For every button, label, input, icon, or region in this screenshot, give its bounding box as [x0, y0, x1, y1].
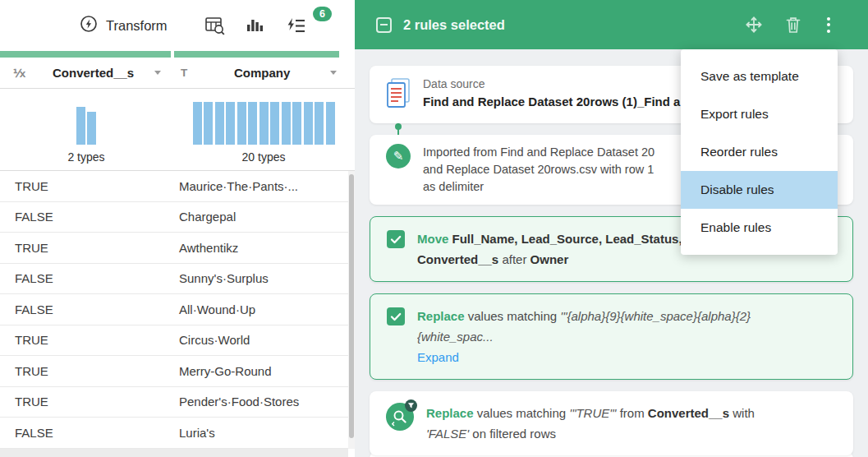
text-segment: '"{alpha}{9}{white_space}{alpha}{2}: [560, 309, 751, 323]
histogram-bar[interactable]: [304, 102, 313, 145]
more-options-icon[interactable]: [824, 16, 834, 35]
text-segment: values matching: [477, 406, 570, 420]
text-segment: Replace: [417, 309, 468, 323]
dataset-icon: [386, 77, 411, 112]
chevron-down-icon[interactable]: [154, 71, 161, 75]
cell-company: Luria's: [172, 426, 355, 440]
filter-badge-icon: [405, 399, 417, 412]
rules-selection-header: 2 rules selected: [355, 0, 868, 49]
cell-converted-s: FALSE: [0, 302, 172, 316]
horizontal-scrollbar[interactable]: [0, 449, 348, 457]
text-segment: and Replace Dataset 20rows.csv with row …: [423, 163, 654, 176]
menu-item-enable-rules[interactable]: Enable rules: [681, 209, 838, 247]
grid-toolbar: Transform: [0, 0, 355, 51]
table-row[interactable]: TRUEMerry-Go-Round: [0, 356, 355, 387]
text-segment: Imported from Find and Replace Dataset 2…: [423, 145, 654, 159]
table-row[interactable]: FALSESunny's·Surplus: [0, 264, 355, 295]
column-name: Company: [194, 66, 330, 80]
boolean-type-icon: ⅟x: [13, 67, 25, 80]
context-menu: Save as templateExport rulesReorder rule…: [681, 49, 838, 255]
import-edit-icon: ✎: [386, 144, 411, 168]
cell-company: Awthentikz: [172, 241, 355, 255]
histogram-bar[interactable]: [193, 102, 202, 145]
column-name: Converted__s: [32, 66, 154, 80]
table-row[interactable]: TRUEMaurice·The·Pants·...: [0, 171, 355, 202]
chevron-down-icon[interactable]: [330, 71, 337, 75]
cell-converted-s: TRUE: [0, 364, 172, 378]
rules-list-icon[interactable]: [284, 16, 306, 36]
table-row[interactable]: TRUECircus·World: [0, 325, 355, 357]
histogram-bar[interactable]: [226, 102, 235, 145]
column-header-company[interactable]: T Company: [172, 58, 355, 88]
scrollbar-thumb[interactable]: [349, 174, 354, 438]
column-stats-icon[interactable]: [246, 16, 264, 35]
text-line: Replace values matching '"{alpha}{9}{whi…: [417, 306, 836, 326]
text-segment: {white_spac...: [417, 330, 494, 344]
histogram-bar[interactable]: [76, 107, 85, 145]
rule-checkbox-checked[interactable]: [387, 230, 405, 252]
rule-checkbox-checked[interactable]: [387, 307, 405, 329]
deselect-all-checkbox[interactable]: [376, 17, 392, 33]
column-histograms: 2 types 20 types: [0, 89, 355, 171]
import-note-text: Imported from Find and Replace Dataset 2…: [423, 144, 654, 196]
table-row[interactable]: TRUEPender's·Food·Stores: [0, 387, 355, 418]
cell-converted-s: TRUE: [0, 333, 172, 347]
cell-converted-s: FALSE: [0, 271, 172, 285]
cell-converted-s: TRUE: [0, 241, 172, 255]
histogram-bar[interactable]: [237, 102, 246, 145]
text-segment: with: [729, 406, 755, 420]
histogram-bar[interactable]: [326, 102, 335, 145]
transform-button[interactable]: Transform: [79, 14, 168, 37]
histogram-converted-s: 2 types: [0, 89, 172, 170]
text-segment: on filtered rows: [469, 427, 556, 441]
text-segment: '"TRUE"': [569, 406, 616, 420]
quality-bar-converted-s[interactable]: [0, 51, 171, 58]
text-segment: 'FALSE': [426, 427, 469, 441]
cell-company: Maurice·The·Pants·...: [172, 179, 355, 193]
text-type-icon: T: [181, 67, 187, 79]
expand-link[interactable]: Expand: [417, 350, 459, 364]
quality-bar-company[interactable]: [174, 51, 339, 58]
table-row[interactable]: FALSEAll·Wound·Up: [0, 294, 355, 325]
find-replace-icon: [386, 403, 414, 431]
rule-text: Replace values matching '"{alpha}{9}{whi…: [417, 306, 836, 367]
table-row[interactable]: FALSEChargepal: [0, 202, 355, 233]
histogram-bar[interactable]: [315, 102, 324, 145]
menu-item-save-as-template[interactable]: Save as template: [681, 58, 838, 95]
histogram-bar[interactable]: [204, 102, 213, 145]
histogram-bar[interactable]: [259, 102, 269, 145]
text-line: {white_spac...: [417, 326, 836, 347]
data-rows: TRUEMaurice·The·Pants·...FALSEChargepalT…: [0, 171, 355, 449]
delete-rules-icon[interactable]: [785, 16, 801, 34]
histogram-bar[interactable]: [215, 102, 224, 145]
menu-item-disable-rules[interactable]: Disable rules: [681, 171, 838, 209]
data-grid-panel: Transform: [0, 0, 355, 457]
cell-company: All·Wound·Up: [172, 302, 355, 316]
types-count-label: 20 types: [242, 150, 286, 164]
text-line: 'FALSE' on filtered rows: [426, 423, 837, 444]
table-search-icon[interactable]: [204, 15, 226, 37]
table-row[interactable]: TRUEAwthentikz: [0, 233, 355, 264]
table-row[interactable]: FALSELuria's: [0, 418, 355, 449]
histogram-bar[interactable]: [270, 102, 279, 145]
rule-card-replace-filtered[interactable]: Replace values matching '"TRUE"' from Co…: [370, 391, 853, 455]
histogram-bar[interactable]: [248, 102, 257, 145]
histogram-bar[interactable]: [87, 112, 96, 145]
transform-label: Transform: [106, 18, 168, 34]
menu-item-export-rules[interactable]: Export rules: [681, 95, 838, 133]
move-rules-icon[interactable]: [745, 16, 763, 34]
text-line: Imported from Find and Replace Dataset 2…: [423, 144, 654, 161]
histogram-bars: [76, 107, 97, 145]
rule-card-replace-pattern[interactable]: Replace values matching '"{alpha}{9}{whi…: [370, 293, 853, 380]
menu-item-reorder-rules[interactable]: Reorder rules: [681, 133, 838, 171]
rule-text: Replace values matching '"TRUE"' from Co…: [426, 403, 837, 444]
vertical-scrollbar[interactable]: [348, 171, 355, 449]
text-line: and Replace Dataset 20rows.csv with row …: [423, 161, 654, 178]
cell-company: Circus·World: [172, 333, 355, 347]
histogram-bar[interactable]: [292, 102, 301, 145]
text-line: Replace values matching '"TRUE"' from Co…: [426, 403, 837, 423]
histogram-bar[interactable]: [282, 102, 291, 145]
types-count-label: 2 types: [67, 150, 104, 164]
column-header-converted-s[interactable]: ⅟x Converted__s: [0, 58, 172, 88]
text-segment: from: [616, 406, 647, 420]
